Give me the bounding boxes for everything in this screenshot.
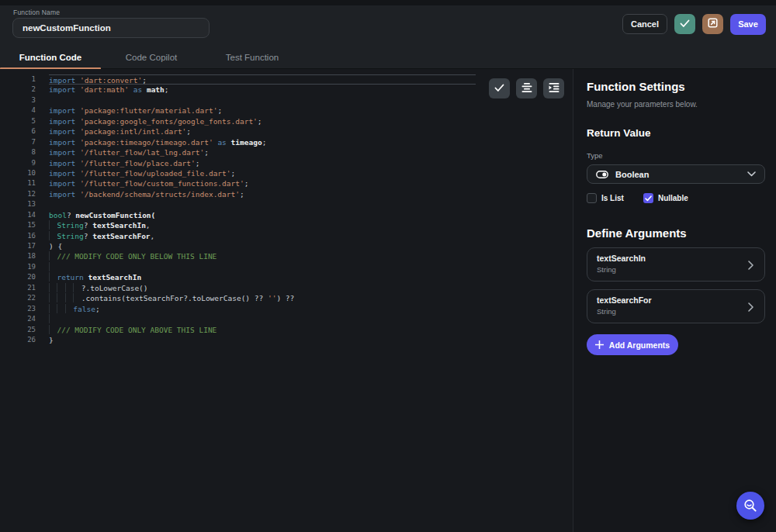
format-code-button[interactable]: [516, 78, 537, 98]
line-number: 26: [0, 335, 36, 345]
line-number: 3: [0, 95, 36, 105]
line-number: 6: [0, 126, 36, 136]
code-line: 22.contains(textSearchFor?.toLowerCase()…: [0, 293, 572, 303]
code-line-content: import 'package:intl/intl.dart';: [49, 126, 572, 136]
argument-card-textsearchfor[interactable]: textSearchFor String: [587, 289, 765, 323]
boolean-toggle-icon: [596, 171, 608, 178]
line-number: 25: [0, 325, 36, 335]
is-list-checkbox[interactable]: [587, 193, 597, 203]
code-line: 23false;: [0, 304, 572, 314]
code-line: 3: [0, 95, 572, 105]
line-number: 19: [0, 262, 36, 272]
line-number: 22: [0, 293, 36, 303]
line-number: 1: [0, 74, 36, 85]
tab-code-copilot[interactable]: Code Copilot: [101, 45, 202, 69]
check-icon: [645, 195, 652, 202]
code-line: 12import '/backend/schema/structs/index.…: [0, 189, 572, 199]
line-number: 15: [0, 220, 36, 230]
code-line-content: [49, 262, 572, 272]
editor-toolbar: [489, 78, 564, 98]
code-line-content: String? textSearchIn,: [49, 220, 572, 230]
line-number: 2: [0, 85, 36, 95]
add-arguments-button[interactable]: Add Arguments: [587, 334, 678, 355]
save-button[interactable]: Save: [730, 14, 766, 35]
line-number: 13: [0, 199, 36, 209]
add-arguments-label: Add Arguments: [609, 340, 670, 350]
window-top-edge: [0, 0, 776, 5]
check-code-button[interactable]: [489, 78, 510, 98]
code-line: 21?.toLowerCase(): [0, 283, 572, 293]
code-line: 7import 'package:timeago/timeago.dart' a…: [0, 137, 572, 147]
search-fab[interactable]: [736, 492, 764, 520]
code-line: 9import '/flutter_flow/place.dart';: [0, 158, 572, 168]
return-flags-row: Is List Nullable: [587, 193, 764, 203]
line-number: 10: [0, 168, 36, 178]
code-line: 26}: [0, 335, 572, 345]
code-line: 1import 'dart:convert';: [0, 74, 572, 85]
open-external-icon: [708, 18, 718, 30]
line-number: 24: [0, 314, 36, 324]
code-line-content: /// MODIFY CODE ONLY ABOVE THIS LINE: [49, 325, 572, 335]
code-line: 8import '/flutter_flow/lat_lng.dart';: [0, 147, 572, 157]
line-number: 5: [0, 116, 36, 126]
code-line-content: false;: [49, 304, 572, 314]
code-line-content: ) {: [49, 241, 572, 251]
line-number: 16: [0, 231, 36, 241]
line-number: 7: [0, 137, 36, 147]
function-name-label: Function Name: [13, 9, 60, 16]
code-line: 17) {: [0, 241, 572, 251]
code-line: 19: [0, 262, 572, 272]
nullable-checkbox[interactable]: [643, 193, 653, 203]
code-line: 5import 'package:google_fonts/google_fon…: [0, 116, 572, 126]
argument-card-textsearchin[interactable]: textSearchIn String: [587, 247, 765, 282]
return-type-select[interactable]: Boolean: [587, 164, 765, 184]
indent-code-button[interactable]: [543, 78, 564, 98]
code-line: 24: [0, 314, 572, 324]
function-name-input[interactable]: [12, 18, 210, 38]
code-line: 18/// MODIFY CODE ONLY BELOW THIS LINE: [0, 251, 572, 261]
line-number: 8: [0, 147, 36, 157]
code-line-content: bool? newCustomFunction(: [49, 210, 572, 220]
code-line-content: import '/flutter_flow/custom_functions.d…: [49, 178, 572, 188]
code-line-content: return textSearchIn: [49, 272, 572, 282]
plus-icon: [595, 340, 604, 349]
code-line-content: import '/flutter_flow/lat_lng.dart';: [49, 147, 572, 157]
code-line-content: import 'package:flutter/material.dart';: [49, 105, 572, 116]
validate-button[interactable]: [674, 14, 695, 34]
code-line: 25/// MODIFY CODE ONLY ABOVE THIS LINE: [0, 325, 572, 335]
tab-label: Code Copilot: [126, 53, 177, 62]
code-line-content: import '/backend/schema/structs/index.da…: [49, 189, 572, 199]
chevron-right-icon: [748, 301, 753, 315]
code-line-content: [49, 314, 572, 324]
header-bar: Function Name Cancel Save: [0, 5, 776, 45]
tab-label: Test Function: [226, 53, 279, 62]
code-line-content: import 'dart:convert';: [49, 74, 476, 85]
search-icon: [743, 499, 757, 513]
chevron-right-icon: [748, 259, 753, 273]
open-external-button[interactable]: [702, 14, 723, 34]
code-editor[interactable]: 1import 'dart:convert';2import 'dart:mat…: [0, 69, 572, 532]
chevron-down-icon: [747, 171, 756, 177]
code-line-content: .contains(textSearchFor?.toLowerCase() ?…: [49, 293, 572, 303]
code-line: 13: [0, 199, 572, 209]
code-line-content: import 'package:timeago/timeago.dart' as…: [49, 137, 572, 147]
tab-function-code[interactable]: Function Code: [0, 45, 101, 69]
function-settings-panel: Function Settings Manage your parameters…: [573, 69, 776, 532]
check-icon: [680, 19, 690, 30]
tab-test-function[interactable]: Test Function: [202, 45, 303, 69]
return-type-value: Boolean: [615, 170, 747, 179]
code-line-content: ?.toLowerCase(): [49, 283, 572, 293]
code-line: 4import 'package:flutter/material.dart';: [0, 105, 572, 116]
format-align-icon: [521, 82, 532, 95]
line-number: 23: [0, 304, 36, 314]
code-line: 2import 'dart:math' as math;: [0, 85, 572, 95]
indent-icon: [549, 82, 559, 95]
line-number: 11: [0, 178, 36, 188]
tab-bar: Function Code Code Copilot Test Function: [0, 45, 776, 69]
code-line: 6import 'package:intl/intl.dart';: [0, 126, 572, 136]
argument-type: String: [597, 307, 755, 316]
cancel-button[interactable]: Cancel: [622, 14, 667, 34]
tab-label: Function Code: [19, 53, 82, 62]
code-lines: 1import 'dart:convert';2import 'dart:mat…: [0, 74, 572, 345]
return-value-heading: Return Value: [587, 127, 764, 139]
